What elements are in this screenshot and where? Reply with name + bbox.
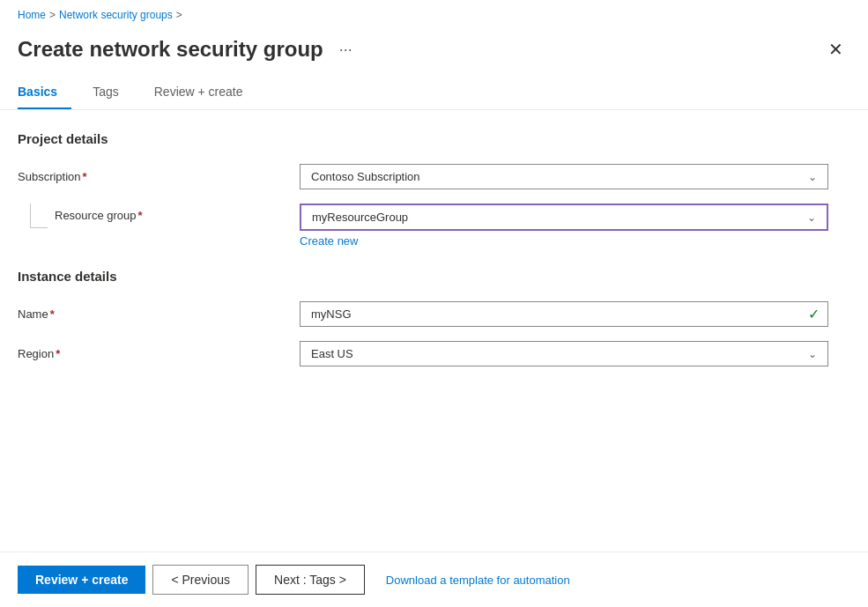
breadcrumb-home[interactable]: Home — [18, 9, 46, 21]
ellipsis-button[interactable]: ··· — [334, 39, 358, 61]
instance-details-title: Instance details — [18, 269, 850, 284]
previous-button[interactable]: < Previous — [152, 565, 249, 595]
create-new-link[interactable]: Create new — [300, 234, 828, 248]
subscription-chevron-icon: ⌄ — [808, 171, 817, 183]
breadcrumb-network-security-groups[interactable]: Network security groups — [59, 9, 173, 21]
region-chevron-icon: ⌄ — [808, 348, 817, 360]
name-required: * — [50, 307, 55, 321]
breadcrumb-sep1: > — [49, 9, 56, 21]
region-required: * — [56, 347, 60, 360]
page-title: Create network security group — [18, 37, 323, 62]
resource-group-label: Resource group * — [48, 204, 330, 222]
tab-review-create[interactable]: Review + create — [154, 78, 257, 109]
subscription-required: * — [83, 170, 87, 183]
resource-group-chevron-icon: ⌄ — [807, 211, 816, 224]
name-dropdown[interactable]: myNSG — [300, 301, 828, 327]
region-label: Region * — [18, 347, 300, 360]
tab-basics[interactable]: Basics — [18, 78, 71, 109]
close-button[interactable]: ✕ — [821, 35, 850, 63]
subscription-dropdown[interactable]: Contoso Subscription ⌄ — [300, 164, 828, 189]
download-template-link[interactable]: Download a template for automation — [386, 574, 570, 587]
name-valid-icon: ✓ — [808, 306, 820, 322]
resource-group-dropdown[interactable]: myResourceGroup ⌄ — [300, 204, 828, 231]
subscription-label: Subscription * — [18, 170, 300, 183]
region-dropdown[interactable]: East US ⌄ — [300, 341, 828, 366]
subscription-group: Subscription * Contoso Subscription ⌄ — [18, 164, 850, 189]
region-group: Region * East US ⌄ — [18, 341, 850, 366]
review-create-button[interactable]: Review + create — [18, 566, 145, 594]
breadcrumb-sep2: > — [176, 9, 182, 21]
next-button[interactable]: Next : Tags > — [256, 565, 365, 595]
project-details-title: Project details — [18, 131, 850, 146]
tabs-container: Basics Tags Review + create — [0, 63, 868, 110]
name-group: Name * myNSG ✓ — [18, 301, 850, 327]
breadcrumb: Home > Network security groups > — [18, 9, 850, 21]
footer: Review + create < Previous Next : Tags >… — [0, 551, 868, 607]
tab-tags[interactable]: Tags — [93, 78, 133, 109]
name-label: Name * — [18, 307, 300, 321]
resource-group-required: * — [138, 209, 143, 222]
